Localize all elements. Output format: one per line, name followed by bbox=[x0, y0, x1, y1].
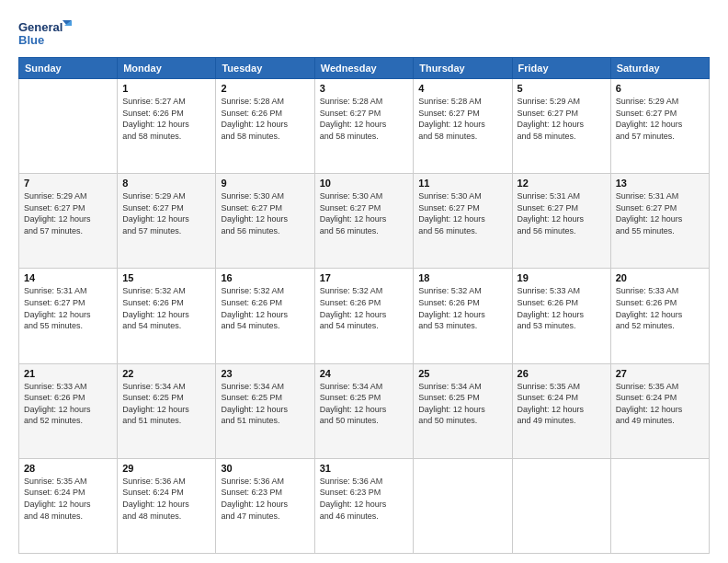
calendar-cell: 15Sunrise: 5:32 AM Sunset: 6:26 PM Dayli… bbox=[118, 269, 216, 363]
calendar-cell: 8Sunrise: 5:29 AM Sunset: 6:27 PM Daylig… bbox=[118, 174, 216, 269]
day-number: 29 bbox=[122, 463, 210, 474]
day-number: 26 bbox=[518, 368, 606, 379]
day-info: Sunrise: 5:29 AM Sunset: 6:27 PM Dayligh… bbox=[122, 190, 210, 236]
day-info: Sunrise: 5:28 AM Sunset: 6:27 PM Dayligh… bbox=[418, 96, 506, 142]
day-info: Sunrise: 5:35 AM Sunset: 6:24 PM Dayligh… bbox=[616, 381, 704, 427]
calendar-cell: 3Sunrise: 5:28 AM Sunset: 6:27 PM Daylig… bbox=[314, 79, 414, 174]
day-info: Sunrise: 5:32 AM Sunset: 6:26 PM Dayligh… bbox=[122, 285, 210, 331]
calendar-cell: 29Sunrise: 5:36 AM Sunset: 6:24 PM Dayli… bbox=[118, 458, 216, 553]
day-number: 23 bbox=[221, 368, 309, 379]
day-info: Sunrise: 5:36 AM Sunset: 6:24 PM Dayligh… bbox=[122, 476, 210, 522]
calendar-cell: 21Sunrise: 5:33 AM Sunset: 6:26 PM Dayli… bbox=[19, 363, 118, 458]
day-info: Sunrise: 5:31 AM Sunset: 6:27 PM Dayligh… bbox=[616, 190, 704, 236]
header: GeneralBlue bbox=[18, 17, 710, 50]
svg-text:General: General bbox=[18, 20, 63, 34]
calendar-cell: 22Sunrise: 5:34 AM Sunset: 6:25 PM Dayli… bbox=[118, 363, 216, 458]
day-info: Sunrise: 5:29 AM Sunset: 6:27 PM Dayligh… bbox=[518, 96, 606, 142]
day-number: 31 bbox=[320, 463, 409, 474]
day-number: 10 bbox=[320, 178, 409, 189]
day-info: Sunrise: 5:34 AM Sunset: 6:25 PM Dayligh… bbox=[221, 381, 309, 427]
day-info: Sunrise: 5:32 AM Sunset: 6:26 PM Dayligh… bbox=[221, 285, 309, 331]
calendar-cell: 11Sunrise: 5:30 AM Sunset: 6:27 PM Dayli… bbox=[414, 174, 512, 269]
calendar-cell: 26Sunrise: 5:35 AM Sunset: 6:24 PM Dayli… bbox=[512, 363, 610, 458]
day-number: 20 bbox=[616, 272, 704, 283]
day-number: 2 bbox=[221, 83, 309, 94]
day-number: 28 bbox=[24, 463, 112, 474]
day-info: Sunrise: 5:34 AM Sunset: 6:25 PM Dayligh… bbox=[320, 381, 409, 427]
day-info: Sunrise: 5:34 AM Sunset: 6:25 PM Dayligh… bbox=[418, 381, 506, 427]
page: GeneralBlue SundayMondayTuesdayWednesday… bbox=[0, 0, 728, 563]
calendar-cell bbox=[610, 458, 709, 553]
day-number: 6 bbox=[616, 83, 704, 94]
day-info: Sunrise: 5:28 AM Sunset: 6:27 PM Dayligh… bbox=[320, 96, 409, 142]
week-row-5: 28Sunrise: 5:35 AM Sunset: 6:24 PM Dayli… bbox=[19, 458, 710, 553]
day-number: 21 bbox=[24, 368, 112, 379]
day-number: 4 bbox=[418, 83, 506, 94]
day-info: Sunrise: 5:35 AM Sunset: 6:24 PM Dayligh… bbox=[24, 476, 112, 522]
day-info: Sunrise: 5:35 AM Sunset: 6:24 PM Dayligh… bbox=[518, 381, 606, 427]
calendar-cell: 2Sunrise: 5:28 AM Sunset: 6:26 PM Daylig… bbox=[216, 79, 314, 174]
day-info: Sunrise: 5:36 AM Sunset: 6:23 PM Dayligh… bbox=[320, 476, 409, 522]
day-header-tuesday: Tuesday bbox=[216, 58, 314, 79]
day-header-monday: Monday bbox=[118, 58, 216, 79]
day-info: Sunrise: 5:30 AM Sunset: 6:27 PM Dayligh… bbox=[221, 190, 309, 236]
day-number: 19 bbox=[518, 272, 606, 283]
day-number: 25 bbox=[418, 368, 506, 379]
calendar-cell: 18Sunrise: 5:32 AM Sunset: 6:26 PM Dayli… bbox=[414, 269, 512, 363]
week-row-1: 1Sunrise: 5:27 AM Sunset: 6:26 PM Daylig… bbox=[19, 79, 710, 174]
day-number: 1 bbox=[122, 83, 210, 94]
day-number: 14 bbox=[24, 272, 112, 283]
svg-text:Blue: Blue bbox=[18, 33, 44, 47]
calendar-cell: 17Sunrise: 5:32 AM Sunset: 6:26 PM Dayli… bbox=[314, 269, 414, 363]
calendar-cell: 30Sunrise: 5:36 AM Sunset: 6:23 PM Dayli… bbox=[216, 458, 314, 553]
week-row-4: 21Sunrise: 5:33 AM Sunset: 6:26 PM Dayli… bbox=[19, 363, 710, 458]
logo-svg: GeneralBlue bbox=[18, 17, 74, 50]
calendar-cell: 5Sunrise: 5:29 AM Sunset: 6:27 PM Daylig… bbox=[512, 79, 610, 174]
day-header-saturday: Saturday bbox=[610, 58, 709, 79]
calendar-cell: 19Sunrise: 5:33 AM Sunset: 6:26 PM Dayli… bbox=[512, 269, 610, 363]
calendar-cell: 24Sunrise: 5:34 AM Sunset: 6:25 PM Dayli… bbox=[314, 363, 414, 458]
day-header-friday: Friday bbox=[512, 58, 610, 79]
calendar-cell: 28Sunrise: 5:35 AM Sunset: 6:24 PM Dayli… bbox=[19, 458, 118, 553]
day-info: Sunrise: 5:31 AM Sunset: 6:27 PM Dayligh… bbox=[518, 190, 606, 236]
calendar-cell: 23Sunrise: 5:34 AM Sunset: 6:25 PM Dayli… bbox=[216, 363, 314, 458]
day-number: 5 bbox=[518, 83, 606, 94]
header-row: SundayMondayTuesdayWednesdayThursdayFrid… bbox=[19, 58, 710, 79]
day-info: Sunrise: 5:27 AM Sunset: 6:26 PM Dayligh… bbox=[122, 96, 210, 142]
calendar-cell: 10Sunrise: 5:30 AM Sunset: 6:27 PM Dayli… bbox=[314, 174, 414, 269]
day-info: Sunrise: 5:33 AM Sunset: 6:26 PM Dayligh… bbox=[518, 285, 606, 331]
calendar-cell: 14Sunrise: 5:31 AM Sunset: 6:27 PM Dayli… bbox=[19, 269, 118, 363]
day-number: 8 bbox=[122, 178, 210, 189]
day-number: 24 bbox=[320, 368, 409, 379]
day-number: 18 bbox=[418, 272, 506, 283]
day-info: Sunrise: 5:34 AM Sunset: 6:25 PM Dayligh… bbox=[122, 381, 210, 427]
day-info: Sunrise: 5:30 AM Sunset: 6:27 PM Dayligh… bbox=[418, 190, 506, 236]
day-info: Sunrise: 5:31 AM Sunset: 6:27 PM Dayligh… bbox=[24, 285, 112, 331]
day-number: 15 bbox=[122, 272, 210, 283]
day-info: Sunrise: 5:28 AM Sunset: 6:26 PM Dayligh… bbox=[221, 96, 309, 142]
calendar-cell: 13Sunrise: 5:31 AM Sunset: 6:27 PM Dayli… bbox=[610, 174, 709, 269]
calendar-cell: 25Sunrise: 5:34 AM Sunset: 6:25 PM Dayli… bbox=[414, 363, 512, 458]
day-info: Sunrise: 5:29 AM Sunset: 6:27 PM Dayligh… bbox=[24, 190, 112, 236]
calendar-cell: 16Sunrise: 5:32 AM Sunset: 6:26 PM Dayli… bbox=[216, 269, 314, 363]
day-header-sunday: Sunday bbox=[19, 58, 118, 79]
day-info: Sunrise: 5:32 AM Sunset: 6:26 PM Dayligh… bbox=[320, 285, 409, 331]
calendar-cell: 31Sunrise: 5:36 AM Sunset: 6:23 PM Dayli… bbox=[314, 458, 414, 553]
calendar-cell: 4Sunrise: 5:28 AM Sunset: 6:27 PM Daylig… bbox=[414, 79, 512, 174]
calendar-table: SundayMondayTuesdayWednesdayThursdayFrid… bbox=[18, 57, 710, 554]
day-header-wednesday: Wednesday bbox=[314, 58, 414, 79]
calendar-cell: 7Sunrise: 5:29 AM Sunset: 6:27 PM Daylig… bbox=[19, 174, 118, 269]
day-info: Sunrise: 5:33 AM Sunset: 6:26 PM Dayligh… bbox=[616, 285, 704, 331]
logo: GeneralBlue bbox=[18, 17, 74, 50]
day-number: 27 bbox=[616, 368, 704, 379]
day-info: Sunrise: 5:30 AM Sunset: 6:27 PM Dayligh… bbox=[320, 190, 409, 236]
day-number: 30 bbox=[221, 463, 309, 474]
day-number: 17 bbox=[320, 272, 409, 283]
day-info: Sunrise: 5:33 AM Sunset: 6:26 PM Dayligh… bbox=[24, 381, 112, 427]
day-info: Sunrise: 5:32 AM Sunset: 6:26 PM Dayligh… bbox=[418, 285, 506, 331]
day-number: 16 bbox=[221, 272, 309, 283]
calendar-cell: 6Sunrise: 5:29 AM Sunset: 6:27 PM Daylig… bbox=[610, 79, 709, 174]
week-row-2: 7Sunrise: 5:29 AM Sunset: 6:27 PM Daylig… bbox=[19, 174, 710, 269]
day-number: 13 bbox=[616, 178, 704, 189]
day-header-thursday: Thursday bbox=[414, 58, 512, 79]
